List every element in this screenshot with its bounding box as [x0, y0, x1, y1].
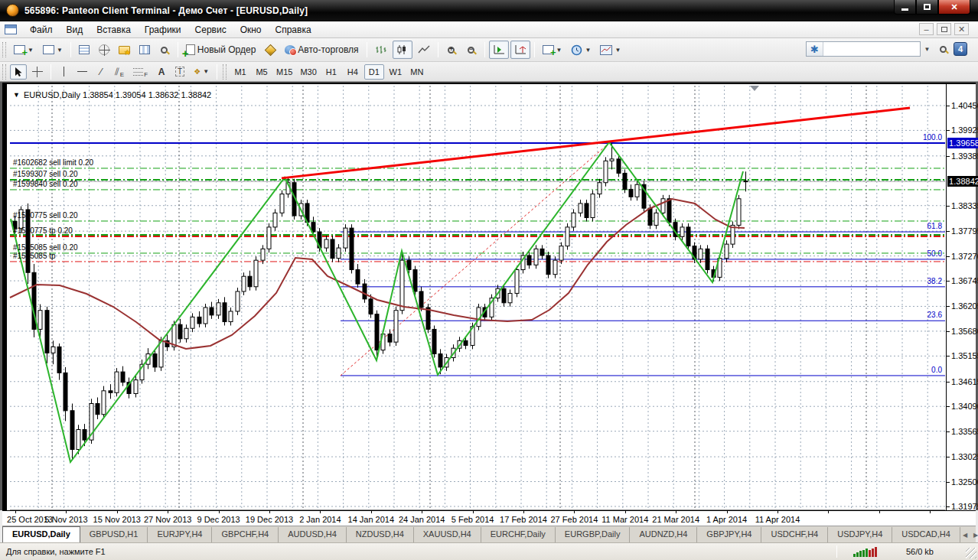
price-axis-label: 1.40450 [951, 101, 978, 110]
order-label: #1599840 sell 0.20 [13, 180, 78, 188]
tab-eurgbp-daily[interactable]: EURGBP,Daily [556, 527, 631, 542]
tab-usdchf-h4[interactable]: USDCHF,H4 [761, 527, 828, 542]
text-label-tool-button[interactable]: T [171, 64, 188, 80]
navigator-button[interactable] [115, 41, 134, 59]
tab-gbpchf-h4[interactable]: GBPCHF,H4 [212, 527, 279, 542]
mdi-close-button[interactable]: ✕ [954, 23, 969, 35]
tab-scroll-buttons: ◀▶ [960, 530, 978, 542]
search-dropdown-button[interactable]: ▼ [922, 41, 932, 57]
tab-eurusd-daily[interactable]: EURUSD,Daily [2, 526, 80, 542]
resize-grip[interactable] [966, 548, 976, 558]
profiles-button[interactable]: ▼ [39, 41, 67, 59]
close-button[interactable]: ✕ [938, 0, 970, 15]
market-watch-button[interactable] [75, 41, 93, 59]
channel-icon: ⫽ [115, 66, 119, 78]
zoom-in-button[interactable]: + [442, 41, 461, 59]
menu-item-окно[interactable]: Окно [233, 22, 269, 37]
new-order-button[interactable]: +Новый Ордер [182, 41, 259, 59]
crosshair-tool-button[interactable] [28, 64, 47, 80]
menu-item-вставка[interactable]: Вставка [90, 22, 138, 37]
menu-item-вид[interactable]: Вид [60, 22, 90, 37]
timeframe-h4[interactable]: H4 [343, 64, 363, 80]
tab-gbpjpy-h4[interactable]: GBPJPY,H4 [697, 527, 761, 542]
toolbar-drag-handle[interactable] [2, 42, 6, 57]
zoom-out-button[interactable]: − [462, 41, 481, 59]
autotrade-button[interactable]: Авто-торговля [281, 41, 362, 59]
menu-item-графики[interactable]: Графики [138, 22, 188, 37]
auto-scroll-button[interactable] [489, 41, 509, 59]
trendline-tool-button[interactable]: ∕ [93, 64, 109, 80]
time-axis-tick [625, 511, 626, 513]
tab-scroll-right-icon[interactable]: ▶ [971, 530, 978, 540]
search-settings-button[interactable]: ✱ [807, 42, 823, 56]
chart-pane[interactable]: 0.023.638.250.061.8100.0#1602682 sell li… [7, 84, 946, 510]
timeframe-m5[interactable]: M5 [252, 64, 272, 80]
price-axis[interactable]: 1.404501.399251.393851.383351.377951.372… [946, 84, 976, 510]
tab-scroll-left-icon[interactable]: ◀ [960, 530, 970, 540]
price-axis-tick [947, 206, 950, 207]
tab-gbpusd-h1[interactable]: GBPUSD,H1 [80, 527, 148, 542]
data-window-button[interactable] [95, 41, 113, 59]
tab-xauusd-h4[interactable]: XAUUSD,H4 [414, 527, 481, 542]
mdi-restore-button[interactable] [937, 23, 951, 35]
line-chart-mode-button[interactable] [414, 41, 434, 59]
new-order-icon: + [186, 44, 195, 55]
chart-shift-button[interactable] [510, 41, 530, 59]
text-tool-button[interactable]: A [153, 64, 170, 80]
chart-window-icon[interactable] [5, 24, 17, 34]
tab-usdcad-h4[interactable]: USDCAD,H4 [892, 527, 960, 542]
price-chart[interactable]: 0.023.638.250.061.8100.0#1602682 sell li… [7, 84, 946, 510]
favorites-folder-icon [119, 46, 130, 54]
time-axis-tick [117, 511, 118, 513]
toolbar-drag-handle[interactable] [2, 64, 6, 80]
time-axis-label: 24 Jan 2014 [399, 515, 445, 524]
vline-tool-button[interactable] [55, 64, 72, 80]
channel-tool-button[interactable]: ⫽E [111, 64, 128, 80]
notifications-badge[interactable]: 4 [954, 42, 967, 56]
timeframe-m1[interactable]: M1 [230, 64, 250, 80]
minimize-button[interactable] [894, 0, 916, 15]
maximize-button[interactable] [916, 0, 938, 15]
menu-item-файл[interactable]: Файл [23, 22, 60, 37]
metaeditor-button[interactable] [261, 41, 279, 59]
bar-chart-mode-button[interactable] [371, 41, 391, 59]
tab-usdjpy-h4[interactable]: USDJPY,H4 [828, 527, 892, 542]
mdi-minimize-button[interactable]: – [919, 23, 934, 35]
cursor-tool-button[interactable] [10, 64, 27, 80]
strategy-tester-button[interactable] [155, 41, 174, 59]
symbol-collapse-icon: ▼ [13, 91, 20, 99]
toolbar-drag-handle[interactable] [223, 64, 227, 80]
title-bar[interactable]: 565896: Panteon Client Terminal - Демо С… [0, 0, 978, 21]
menu-item-сервис[interactable]: Сервис [188, 22, 233, 37]
search-go-button[interactable] [934, 41, 951, 57]
timeframe-m30[interactable]: M30 [297, 64, 319, 80]
restore-icon [941, 27, 947, 32]
timeframe-h1[interactable]: H1 [321, 64, 341, 80]
time-axis[interactable]: 25 Oct 20135 Nov 201315 Nov 201327 Nov 2… [2, 510, 976, 526]
new-chart-button[interactable]: +▼ [10, 41, 37, 59]
price-axis-tick [947, 406, 950, 407]
periods-button[interactable]: ▼ [567, 41, 595, 59]
timeframe-mn[interactable]: MN [407, 64, 427, 80]
time-axis-tick [778, 511, 778, 513]
fibonacci-tool-button[interactable]: F [129, 64, 152, 80]
templates-button[interactable]: ▼ [596, 41, 624, 59]
tab-eurchf-daily[interactable]: EURCHF,Daily [481, 527, 556, 542]
time-axis-label: 27 Nov 2013 [144, 515, 191, 524]
arrows-tool-button[interactable]: ❖▼ [190, 64, 213, 80]
menu-item-справка[interactable]: Справка [269, 22, 318, 37]
tab-audnzd-h4[interactable]: AUDNZD,H4 [630, 527, 697, 542]
maximize-icon [924, 4, 931, 10]
timeframe-m15[interactable]: M15 [273, 64, 295, 80]
tab-audusd-h4[interactable]: AUDUSD,H4 [279, 527, 347, 542]
tab-eurjpy-h4[interactable]: EURJPY,H4 [148, 527, 212, 542]
terminal-button[interactable] [135, 41, 154, 59]
timeframe-w1[interactable]: W1 [386, 64, 406, 80]
indicators-button[interactable]: +▼ [539, 41, 566, 59]
search-input[interactable] [823, 43, 914, 55]
hline-tool-button[interactable] [73, 64, 91, 80]
tab-nzdusd-h4[interactable]: NZDUSD,H4 [347, 527, 414, 542]
candlestick-mode-button[interactable] [393, 41, 412, 59]
timeframe-d1[interactable]: D1 [364, 64, 384, 80]
price-axis-tick [947, 356, 950, 357]
